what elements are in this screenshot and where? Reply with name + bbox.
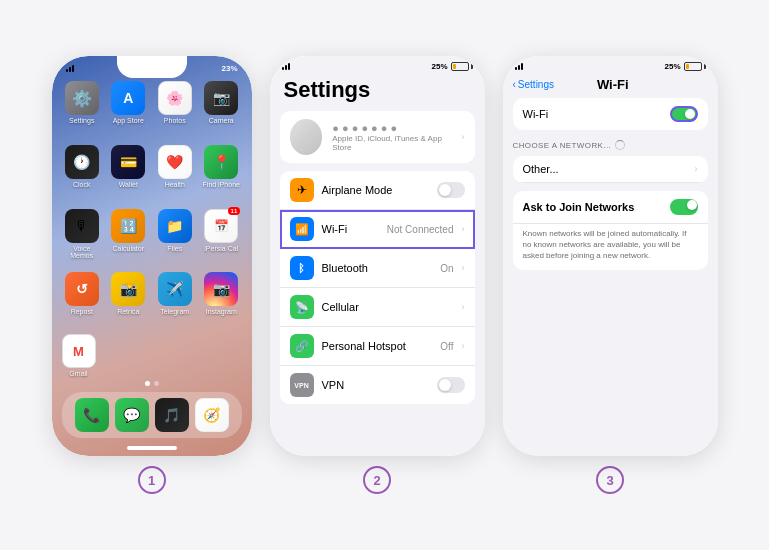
dock-safari[interactable]: 🧭: [195, 398, 229, 432]
dock-messages[interactable]: 💬: [115, 398, 149, 432]
app-find-iphone[interactable]: 📍 Find iPhone: [201, 145, 242, 203]
step-number-1: 1: [138, 466, 166, 494]
airplane-icon: ✈: [290, 178, 314, 202]
app-icalendar[interactable]: 📅 11 iPersia Cal: [201, 209, 242, 267]
profile-chevron: ›: [462, 132, 465, 142]
hotspot-value: Off: [440, 341, 453, 352]
settings-row-airplane[interactable]: ✈ Airplane Mode: [280, 171, 475, 210]
dock: 📞 💬 🎵 🧭: [62, 392, 242, 438]
step-number-2: 2: [363, 466, 391, 494]
choose-label-text: CHOOSE A NETWORK...: [513, 141, 612, 150]
wifi-value: Not Connected: [387, 224, 454, 235]
airplane-toggle[interactable]: [437, 182, 465, 198]
step-2-container: 25% Settings ● ● ● ● ● ● ● Apple ID, iCl…: [270, 56, 485, 494]
wifi-toggle-label: Wi-Fi: [523, 108, 662, 120]
app-grid: ⚙️ Settings A App Store 🌸 Photos 📷: [52, 75, 252, 330]
vpn-label: VPN: [322, 379, 429, 391]
app-instagram[interactable]: 📷 Instagram: [201, 272, 242, 330]
back-label: Settings: [518, 79, 554, 90]
bluetooth-value: On: [440, 263, 453, 274]
profile-info: ● ● ● ● ● ● ● Apple ID, iCloud, iTunes &…: [332, 122, 451, 152]
wifi-toggle[interactable]: [670, 106, 698, 122]
hotspot-label: Personal Hotspot: [322, 340, 433, 352]
signal-1: [66, 65, 74, 72]
phone-1: 23% ⚙️ Settings A App Store 🌸: [52, 56, 252, 456]
page-dots: [52, 381, 252, 386]
settings-row-cellular[interactable]: 📡 Cellular ›: [280, 288, 475, 327]
app-photos[interactable]: 🌸 Photos: [155, 81, 196, 139]
wifi-icon: 📶: [290, 217, 314, 241]
settings-screen: 25% Settings ● ● ● ● ● ● ● Apple ID, iCl…: [270, 56, 485, 456]
ask-toggle[interactable]: [670, 199, 698, 215]
app-settings[interactable]: ⚙️ Settings: [62, 81, 103, 139]
cellular-chevron: ›: [462, 302, 465, 312]
settings-row-wifi[interactable]: 📶 Wi-Fi Not Connected ›: [280, 210, 475, 249]
ask-to-join-section: Ask to Join Networks Known networks will…: [513, 191, 708, 270]
main-container: 23% ⚙️ Settings A App Store 🌸: [0, 46, 769, 504]
airplane-label: Airplane Mode: [322, 184, 429, 196]
app-health[interactable]: ❤️ Health: [155, 145, 196, 203]
app-voice-memos[interactable]: 🎙 Voice Memos: [62, 209, 103, 267]
choose-network-header: CHOOSE A NETWORK...: [503, 134, 718, 152]
phone-2: 25% Settings ● ● ● ● ● ● ● Apple ID, iCl…: [270, 56, 485, 456]
wifi-nav-header: ‹ Settings Wi-Fi: [503, 73, 718, 94]
phone-3: 25% ‹ Settings Wi-Fi: [503, 56, 718, 456]
back-chevron-icon: ‹: [513, 79, 516, 90]
step-3-container: 25% ‹ Settings Wi-Fi: [503, 56, 718, 494]
app-files[interactable]: 📁 Files: [155, 209, 196, 267]
phone-3-screen: 25% ‹ Settings Wi-Fi: [503, 56, 718, 456]
phone-2-screen: 25% Settings ● ● ● ● ● ● ● Apple ID, iCl…: [270, 56, 485, 456]
phone-1-screen: 23% ⚙️ Settings A App Store 🌸: [52, 56, 252, 456]
app-repost[interactable]: ↺ Repost: [62, 272, 103, 330]
phone-1-notch: [117, 56, 187, 78]
wifi-other-row[interactable]: Other... ›: [513, 156, 708, 183]
battery-2: 25%: [431, 62, 472, 71]
app-retrica[interactable]: 📸 Retrica: [108, 272, 149, 330]
dock-phone[interactable]: 📞: [75, 398, 109, 432]
step-number-3: 3: [596, 466, 624, 494]
wifi-toggle-section: Wi-Fi: [513, 98, 708, 130]
vpn-icon: VPN: [290, 373, 314, 397]
app-gmail[interactable]: M Gmail: [62, 334, 96, 377]
extra-app-row: M Gmail: [52, 330, 252, 377]
settings-row-hotspot[interactable]: 🔗 Personal Hotspot Off ›: [280, 327, 475, 366]
home-screen: 23% ⚙️ Settings A App Store 🌸: [52, 56, 252, 456]
profile-sub: Apple ID, iCloud, iTunes & App Store: [332, 134, 451, 152]
vpn-toggle[interactable]: [437, 377, 465, 393]
app-clock[interactable]: 🕐 Clock: [62, 145, 103, 203]
signal-2: [282, 63, 290, 70]
profile-section[interactable]: ● ● ● ● ● ● ● Apple ID, iCloud, iTunes &…: [280, 111, 475, 163]
wifi-page-title: Wi-Fi: [558, 77, 668, 92]
settings-row-bluetooth[interactable]: ᛒ Bluetooth On ›: [280, 249, 475, 288]
hotspot-icon: 🔗: [290, 334, 314, 358]
home-indicator-1: [127, 446, 177, 450]
app-telegram[interactable]: ✈️ Telegram: [155, 272, 196, 330]
app-appstore[interactable]: A App Store: [108, 81, 149, 139]
choose-network-loading: CHOOSE A NETWORK...: [513, 140, 708, 150]
status-bar-3: 25%: [503, 56, 718, 73]
other-network-label: Other...: [523, 163, 689, 175]
settings-row-vpn[interactable]: VPN VPN: [280, 366, 475, 404]
bluetooth-chevron: ›: [462, 263, 465, 273]
cellular-icon: 📡: [290, 295, 314, 319]
profile-avatar: [290, 119, 323, 155]
settings-title: Settings: [270, 73, 485, 107]
dock-music[interactable]: 🎵: [155, 398, 189, 432]
app-calculator[interactable]: 🔢 Calculator: [108, 209, 149, 267]
cellular-label: Cellular: [322, 301, 454, 313]
battery-1: 23%: [221, 64, 237, 73]
profile-name: ● ● ● ● ● ● ●: [332, 122, 451, 134]
bluetooth-icon: ᛒ: [290, 256, 314, 280]
app-wallet[interactable]: 💳 Wallet: [108, 145, 149, 203]
back-button[interactable]: ‹ Settings: [513, 79, 554, 90]
step-1-container: 23% ⚙️ Settings A App Store 🌸: [52, 56, 252, 494]
loading-spinner: [615, 140, 625, 150]
wifi-toggle-row[interactable]: Wi-Fi: [513, 98, 708, 130]
battery-3: 25%: [664, 62, 705, 71]
hotspot-chevron: ›: [462, 341, 465, 351]
ask-to-join-row[interactable]: Ask to Join Networks: [513, 191, 708, 224]
other-chevron: ›: [695, 164, 698, 174]
wifi-networks-section: Other... ›: [513, 156, 708, 183]
app-camera[interactable]: 📷 Camera: [201, 81, 242, 139]
bluetooth-label: Bluetooth: [322, 262, 433, 274]
